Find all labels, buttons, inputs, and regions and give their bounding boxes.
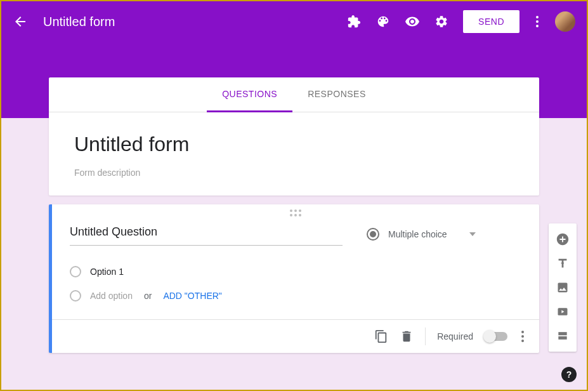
required-label: Required [437, 331, 473, 341]
question-body: Multiple choice Option 1 Add option or A… [52, 219, 539, 319]
form-title-header[interactable]: Untitled form [43, 15, 346, 29]
required-toggle[interactable] [485, 332, 507, 341]
back-arrow-icon[interactable] [13, 14, 28, 29]
form-description-input[interactable]: Form description [74, 168, 514, 178]
question-card[interactable]: Multiple choice Option 1 Add option or A… [49, 204, 539, 353]
add-option-link[interactable]: Add option [90, 291, 133, 301]
question-type-select[interactable]: Multiple choice [358, 222, 485, 247]
option-text[interactable]: Option 1 [90, 267, 124, 277]
more-menu-icon[interactable] [533, 13, 541, 30]
radio-empty-icon [70, 290, 81, 302]
question-type-label: Multiple choice [388, 229, 461, 239]
side-toolbar [549, 223, 577, 352]
app-header: Untitled form SEND [1, 1, 587, 42]
question-more-icon[interactable] [519, 328, 526, 345]
preview-icon[interactable] [405, 14, 420, 29]
add-question-icon[interactable] [549, 227, 577, 251]
drag-handle-icon[interactable] [52, 204, 539, 219]
form-header-section: Untitled form Form description [49, 112, 539, 196]
addons-icon[interactable] [346, 14, 362, 29]
send-button[interactable]: SEND [463, 10, 519, 33]
form-title-input[interactable]: Untitled form [74, 133, 514, 156]
radio-icon [367, 228, 379, 241]
add-other-link[interactable]: ADD "OTHER" [163, 291, 221, 301]
palette-icon[interactable] [376, 14, 391, 29]
or-text: or [144, 291, 152, 301]
help-button[interactable]: ? [561, 367, 577, 382]
add-video-icon[interactable] [549, 300, 577, 324]
tab-questions[interactable]: QUESTIONS [207, 77, 292, 112]
duplicate-icon[interactable] [374, 329, 388, 343]
radio-empty-icon [70, 266, 81, 277]
add-section-icon[interactable] [549, 324, 577, 348]
add-title-icon[interactable] [549, 251, 577, 275]
header-actions: SEND [346, 10, 575, 33]
user-avatar[interactable] [555, 11, 575, 32]
content-area: QUESTIONS RESPONSES Untitled form Form d… [49, 77, 539, 353]
tab-responses[interactable]: RESPONSES [292, 77, 381, 112]
delete-icon[interactable] [400, 329, 414, 343]
add-option-row: Add option or ADD "OTHER" [70, 284, 521, 308]
settings-icon[interactable] [434, 14, 449, 29]
chevron-down-icon [469, 232, 476, 236]
tabs: QUESTIONS RESPONSES [49, 77, 539, 112]
form-card: QUESTIONS RESPONSES Untitled form Form d… [49, 77, 539, 196]
question-title-input[interactable] [70, 222, 343, 246]
svg-rect-2 [558, 336, 566, 340]
option-row[interactable]: Option 1 [70, 260, 521, 284]
divider [425, 328, 426, 345]
question-footer: Required [52, 319, 539, 353]
svg-rect-1 [558, 332, 566, 335]
add-image-icon[interactable] [549, 275, 577, 300]
